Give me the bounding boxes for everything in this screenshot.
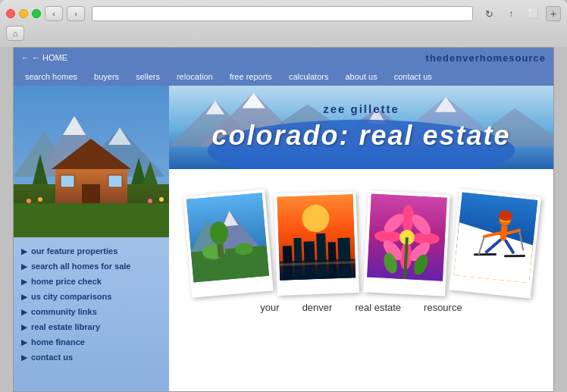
sidebar: ▶ our feature properties ▶ search all ho… bbox=[14, 86, 169, 392]
site-headline: colorado: real estate bbox=[196, 118, 525, 153]
nav-bar: search homes buyers sellers relocation f… bbox=[14, 67, 553, 86]
site-title: thedenverhomesource bbox=[426, 52, 546, 64]
hero-illustration bbox=[14, 86, 169, 237]
nav-buyers[interactable]: buyers bbox=[86, 71, 127, 83]
photo-label-2: real estate bbox=[355, 302, 401, 313]
nav-about-us[interactable]: about us bbox=[337, 71, 384, 83]
photo-labels-row: your denver real estate resource bbox=[169, 298, 553, 321]
sidebar-item-label-7: contact us bbox=[31, 353, 73, 362]
sidebar-item-label-4: community links bbox=[31, 307, 97, 316]
svg-rect-13 bbox=[61, 175, 74, 187]
arrow-icon-6: ▶ bbox=[21, 338, 27, 347]
back-icon: ‹ bbox=[52, 9, 55, 18]
photo-label-3: resource bbox=[424, 302, 462, 313]
sidebar-item-feature-properties[interactable]: ▶ our feature properties bbox=[14, 243, 169, 259]
main-layout: ▶ our feature properties ▶ search all ho… bbox=[14, 86, 553, 392]
sidebar-item-label-1: search all homes for sale bbox=[31, 262, 130, 271]
arrow-icon-0: ▶ bbox=[21, 247, 27, 256]
svg-point-18 bbox=[148, 199, 152, 203]
home-link[interactable]: ← ← HOME bbox=[21, 53, 67, 62]
close-button[interactable] bbox=[6, 9, 15, 18]
header-banner: zee gillette colorado: real estate bbox=[169, 86, 553, 169]
nav-sellers[interactable]: sellers bbox=[128, 71, 168, 83]
svg-point-16 bbox=[27, 199, 31, 203]
photo-image-2 bbox=[277, 194, 356, 280]
photo-label-0: your bbox=[260, 302, 279, 313]
new-tab-button[interactable]: + bbox=[546, 6, 561, 21]
sidebar-item-label-3: us city comparisons bbox=[31, 292, 111, 301]
hero-photo bbox=[14, 86, 169, 237]
content-area: zee gillette colorado: real estate bbox=[169, 86, 553, 392]
forward-button[interactable]: › bbox=[67, 6, 85, 21]
nav-contact-us[interactable]: contact us bbox=[387, 71, 440, 83]
tab-button[interactable]: ⬜ bbox=[524, 6, 542, 21]
svg-point-17 bbox=[38, 197, 42, 202]
sidebar-menu: ▶ our feature properties ▶ search all ho… bbox=[14, 237, 169, 371]
nav-search-homes[interactable]: search homes bbox=[17, 71, 85, 83]
minimize-button[interactable] bbox=[19, 9, 28, 18]
nav-relocation[interactable]: relocation bbox=[169, 71, 221, 83]
sidebar-item-home-finance[interactable]: ▶ home finance bbox=[14, 334, 169, 350]
headline-text: colorado: real estate bbox=[211, 120, 510, 151]
back-button[interactable]: ‹ bbox=[45, 6, 63, 21]
sidebar-item-community-links[interactable]: ▶ community links bbox=[14, 304, 169, 319]
refresh-button[interactable]: ↻ bbox=[480, 6, 498, 21]
agent-name: zee gillette bbox=[323, 102, 399, 115]
nav-calculators[interactable]: calculators bbox=[281, 71, 337, 83]
sidebar-item-search-homes[interactable]: ▶ search all homes for sale bbox=[14, 259, 169, 274]
forward-icon: › bbox=[74, 9, 77, 18]
sidebar-hero-image bbox=[14, 86, 169, 237]
photo-card-2 bbox=[274, 191, 359, 296]
arrow-icon-1: ▶ bbox=[21, 262, 27, 271]
arrow-icon-3: ▶ bbox=[21, 293, 27, 301]
sidebar-item-home-price[interactable]: ▶ home price check bbox=[14, 274, 169, 289]
home-browser-button[interactable]: ⌂ bbox=[6, 26, 24, 41]
sidebar-item-label-0: our feature properties bbox=[31, 246, 117, 256]
photo-image-3 bbox=[367, 194, 447, 281]
photo-image-4 bbox=[453, 192, 537, 283]
photo-image-1 bbox=[186, 193, 269, 282]
home-browser-icon: ⌂ bbox=[13, 29, 18, 38]
nav-free-reports[interactable]: free reports bbox=[222, 71, 280, 83]
photo-label-1: denver bbox=[302, 302, 333, 313]
refresh-icon: ↻ bbox=[485, 8, 493, 20]
maximize-button[interactable] bbox=[32, 9, 41, 18]
plus-icon: + bbox=[550, 8, 556, 20]
sidebar-item-label-5: real estate library bbox=[31, 322, 100, 331]
home-link-label: ← HOME bbox=[32, 53, 67, 62]
photo-card-1 bbox=[183, 190, 274, 298]
sidebar-item-real-estate-library[interactable]: ▶ real estate library bbox=[14, 319, 169, 334]
share-button[interactable]: ↑ bbox=[502, 6, 520, 21]
sidebar-item-label-2: home price check bbox=[31, 277, 102, 286]
photo-strip bbox=[169, 169, 553, 298]
svg-rect-14 bbox=[108, 175, 122, 187]
arrow-icon-4: ▶ bbox=[21, 308, 27, 316]
photo-card-3 bbox=[363, 190, 450, 296]
home-arrow-icon: ← bbox=[21, 53, 30, 62]
top-bar: ← ← HOME thedenverhomesource bbox=[14, 48, 553, 67]
sidebar-item-city-comparisons[interactable]: ▶ us city comparisons bbox=[14, 289, 169, 304]
arrow-icon-7: ▶ bbox=[21, 353, 27, 362]
share-icon: ↑ bbox=[509, 8, 513, 19]
sidebar-item-label-6: home finance bbox=[31, 337, 85, 347]
arrow-icon-2: ▶ bbox=[21, 278, 27, 286]
tab-icon: ⬜ bbox=[528, 8, 539, 19]
photo-card-4 bbox=[449, 189, 540, 299]
svg-point-19 bbox=[159, 197, 164, 202]
svg-rect-15 bbox=[14, 203, 169, 237]
arrow-icon-5: ▶ bbox=[21, 323, 27, 331]
sidebar-item-contact-us[interactable]: ▶ contact us bbox=[14, 350, 169, 365]
website-content: ← ← HOME thedenverhomesource search home… bbox=[13, 47, 554, 392]
